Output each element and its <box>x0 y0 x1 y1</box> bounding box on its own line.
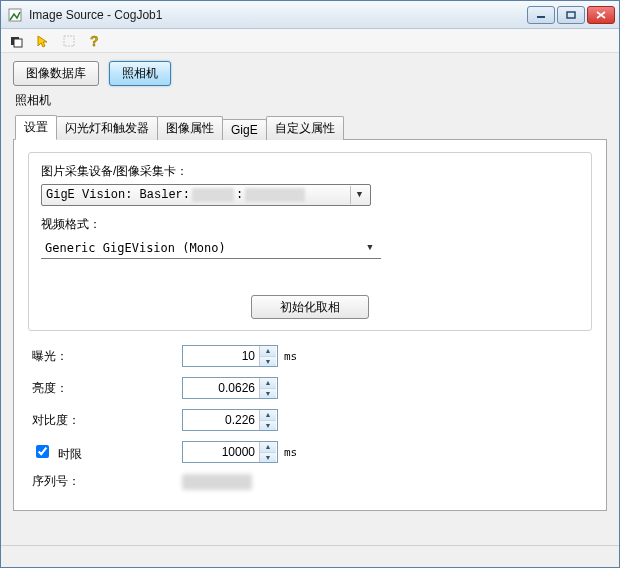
snap-icon <box>61 33 77 49</box>
window-title: Image Source - CogJob1 <box>29 8 527 22</box>
timeout-label-wrap: 时限 <box>32 442 182 463</box>
brightness-label: 亮度： <box>32 380 182 397</box>
spin-down-icon[interactable]: ▼ <box>260 453 276 463</box>
close-button[interactable] <box>587 6 615 24</box>
spin-down-icon[interactable]: ▼ <box>260 421 276 431</box>
window-controls <box>527 6 615 24</box>
tab-gige[interactable]: GigE <box>222 119 267 140</box>
device-value-prefix: GigE Vision: Basler: <box>46 188 190 202</box>
tab-image-props[interactable]: 图像属性 <box>157 116 223 140</box>
exposure-spinner[interactable]: ▲▼ <box>182 345 278 367</box>
brightness-row: 亮度： ▲▼ <box>28 377 592 399</box>
spin-up-icon[interactable]: ▲ <box>260 442 276 453</box>
exposure-input[interactable] <box>183 346 259 366</box>
svg-rect-5 <box>64 36 74 46</box>
serial-redacted <box>182 474 252 490</box>
settings-panel: 图片采集设备/图像采集卡： GigE Vision: Basler: : ▼ 视… <box>13 139 607 511</box>
camera-button[interactable]: 照相机 <box>109 61 171 86</box>
timeout-input[interactable] <box>183 442 259 462</box>
timeout-unit: ms <box>284 446 297 459</box>
image-database-button[interactable]: 图像数据库 <box>13 61 99 86</box>
source-button-row: 图像数据库 照相机 <box>1 53 619 90</box>
chevron-down-icon[interactable]: ▼ <box>350 186 368 204</box>
pointer-icon[interactable] <box>35 33 51 49</box>
exposure-label: 曝光： <box>32 348 182 365</box>
statusbar <box>1 545 619 567</box>
brightness-spinner[interactable]: ▲▼ <box>182 377 278 399</box>
timeout-row: 时限 ▲▼ ms <box>28 441 592 463</box>
video-format-combo[interactable]: Generic GigEVision (Mono) ▼ <box>41 237 381 259</box>
window-frame: Image Source - CogJob1 ? 图像数据库 照相机 照相机 设… <box>0 0 620 568</box>
toolbar: ? <box>1 29 619 53</box>
initialize-acquisition-button[interactable]: 初始化取相 <box>251 295 369 319</box>
device-combo[interactable]: GigE Vision: Basler: : ▼ <box>41 184 371 206</box>
tabstrip: 设置 闪光灯和触发器 图像属性 GigE 自定义属性 <box>1 115 619 140</box>
exposure-unit: ms <box>284 350 297 363</box>
tab-custom-props[interactable]: 自定义属性 <box>266 116 344 140</box>
contrast-input[interactable] <box>183 410 259 430</box>
timeout-label: 时限 <box>58 447 82 461</box>
svg-rect-2 <box>567 12 575 18</box>
svg-text:?: ? <box>90 34 99 48</box>
contrast-label: 对比度： <box>32 412 182 429</box>
svg-rect-4 <box>14 39 22 47</box>
tab-strobe-trigger[interactable]: 闪光灯和触发器 <box>56 116 158 140</box>
spin-up-icon[interactable]: ▲ <box>260 410 276 421</box>
database-icon[interactable] <box>9 33 25 49</box>
spin-up-icon[interactable]: ▲ <box>260 346 276 357</box>
video-format-label: 视频格式： <box>41 216 579 233</box>
titlebar: Image Source - CogJob1 <box>1 1 619 29</box>
contrast-row: 对比度： ▲▼ <box>28 409 592 431</box>
device-label: 图片采集设备/图像采集卡： <box>41 163 579 180</box>
device-redacted-1 <box>192 188 234 202</box>
tab-settings[interactable]: 设置 <box>15 115 57 140</box>
device-redacted-2 <box>245 188 305 202</box>
spin-down-icon[interactable]: ▼ <box>260 389 276 399</box>
brightness-input[interactable] <box>183 378 259 398</box>
timeout-spinner[interactable]: ▲▼ <box>182 441 278 463</box>
chevron-down-icon[interactable]: ▼ <box>361 238 379 257</box>
video-format-value: Generic GigEVision (Mono) <box>45 241 226 255</box>
contrast-spinner[interactable]: ▲▼ <box>182 409 278 431</box>
minimize-button[interactable] <box>527 6 555 24</box>
acquisition-groupbox: 图片采集设备/图像采集卡： GigE Vision: Basler: : ▼ 视… <box>28 152 592 331</box>
section-label: 照相机 <box>1 90 619 115</box>
app-icon <box>7 7 23 23</box>
serial-row: 序列号： <box>28 473 592 490</box>
timeout-checkbox[interactable] <box>36 445 49 458</box>
exposure-row: 曝光： ▲▼ ms <box>28 345 592 367</box>
help-icon[interactable]: ? <box>87 33 103 49</box>
maximize-button[interactable] <box>557 6 585 24</box>
serial-label: 序列号： <box>32 473 182 490</box>
spin-down-icon[interactable]: ▼ <box>260 357 276 367</box>
spin-up-icon[interactable]: ▲ <box>260 378 276 389</box>
